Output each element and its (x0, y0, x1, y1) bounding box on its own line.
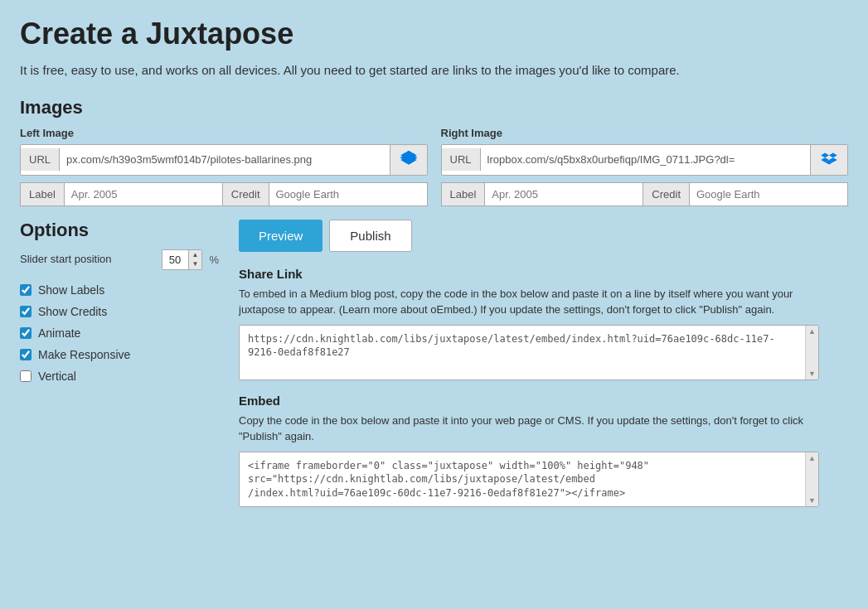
options-column: Options Slider start position 50 ▲ ▼ % S… (20, 220, 219, 520)
dropbox-icon (397, 148, 420, 172)
embed-scrollbar[interactable]: ▲ ▼ (805, 452, 818, 506)
options-heading: Options (20, 220, 219, 241)
main-content: Options Slider start position 50 ▲ ▼ % S… (20, 220, 848, 520)
button-row: Preview Publish (239, 220, 848, 252)
left-url-input[interactable] (60, 148, 389, 171)
slider-start-row: Slider start position 50 ▲ ▼ % (20, 249, 219, 270)
right-url-input[interactable] (481, 148, 810, 171)
checkbox-show-credits: Show Credits (20, 305, 219, 318)
preview-button[interactable]: Preview (239, 220, 322, 252)
share-link-description: To embed in a Medium blog post, copy the… (239, 286, 819, 318)
slider-start-label: Slider start position (20, 253, 155, 267)
checkbox-make-responsive: Make Responsive (20, 348, 219, 361)
embed-scroll-down-arrow[interactable]: ▼ (808, 496, 816, 505)
embed-textarea[interactable]: <iframe frameborder="0" class="juxtapose… (240, 452, 818, 504)
embed-box-wrap: <iframe frameborder="0" class="juxtapose… (239, 452, 819, 507)
right-credit-input[interactable] (690, 182, 848, 206)
spinner-down-arrow[interactable]: ▼ (189, 259, 202, 269)
share-link-section: Share Link To embed in a Medium blog pos… (239, 267, 848, 380)
images-row: Left Image URL (20, 127, 848, 206)
show-credits-label: Show Credits (38, 305, 107, 318)
right-credit-prefix: Credit (643, 182, 690, 206)
left-credit-prefix: Credit (223, 182, 269, 206)
vertical-label: Vertical (38, 370, 76, 383)
left-label-input[interactable] (65, 182, 223, 206)
left-dropbox-button[interactable] (390, 145, 427, 175)
left-credit-input[interactable] (269, 182, 428, 206)
right-label-input[interactable] (485, 182, 643, 206)
embed-title: Embed (239, 394, 848, 408)
right-column: Preview Publish Share Link To embed in a… (239, 220, 848, 520)
scroll-down-arrow[interactable]: ▼ (808, 370, 816, 378)
right-url-row: URL (441, 144, 849, 176)
left-label-credit-row: Label Credit (20, 182, 428, 206)
show-labels-label: Show Labels (38, 283, 104, 297)
embed-section: Embed Copy the code in the box below and… (239, 394, 848, 507)
scroll-up-arrow[interactable]: ▲ (808, 327, 816, 336)
page-subtitle: It is free, easy to use, and works on al… (20, 61, 832, 80)
left-label-prefix: Label (20, 182, 65, 206)
animate-checkbox[interactable] (20, 327, 32, 339)
embed-description: Copy the code in the box below and paste… (239, 413, 819, 445)
publish-button[interactable]: Publish (329, 220, 411, 252)
left-url-prefix: URL (21, 148, 60, 171)
page-title: Create a Juxtapose (20, 17, 848, 51)
left-image-col: Left Image URL (20, 127, 428, 206)
slider-value: 50 (162, 250, 189, 269)
spinner-arrows: ▲ ▼ (189, 250, 202, 269)
show-credits-checkbox[interactable] (20, 306, 32, 317)
right-label-prefix: Label (441, 182, 486, 206)
left-url-row: URL (20, 144, 428, 176)
share-link-textarea[interactable]: https://cdn.knightlab.com/libs/juxtapose… (240, 326, 818, 377)
percent-label: % (209, 254, 219, 266)
right-dropbox-button[interactable] (810, 145, 847, 175)
left-image-label: Left Image (20, 127, 428, 139)
dropbox-icon-right (817, 148, 841, 172)
right-image-col: Right Image URL (441, 127, 849, 206)
checkbox-vertical: Vertical (20, 370, 219, 383)
images-heading: Images (20, 97, 848, 118)
embed-scroll-up-arrow[interactable]: ▲ (808, 454, 816, 462)
images-section: Images Left Image URL (20, 97, 848, 206)
make-responsive-label: Make Responsive (38, 348, 130, 361)
vertical-checkbox[interactable] (20, 370, 32, 382)
checkbox-show-labels: Show Labels (20, 283, 219, 297)
checkbox-animate: Animate (20, 326, 219, 340)
animate-label: Animate (38, 326, 80, 340)
share-link-title: Share Link (239, 267, 848, 281)
right-url-prefix: URL (442, 148, 481, 171)
share-link-scrollbar[interactable]: ▲ ▼ (805, 326, 818, 379)
show-labels-checkbox[interactable] (20, 284, 32, 296)
make-responsive-checkbox[interactable] (20, 349, 32, 360)
slider-spinner: 50 ▲ ▼ (162, 249, 203, 270)
right-label-credit-row: Label Credit (441, 182, 849, 206)
spinner-up-arrow[interactable]: ▲ (189, 250, 202, 260)
share-link-box-wrap: https://cdn.knightlab.com/libs/juxtapose… (239, 325, 819, 380)
right-image-label: Right Image (441, 127, 849, 139)
